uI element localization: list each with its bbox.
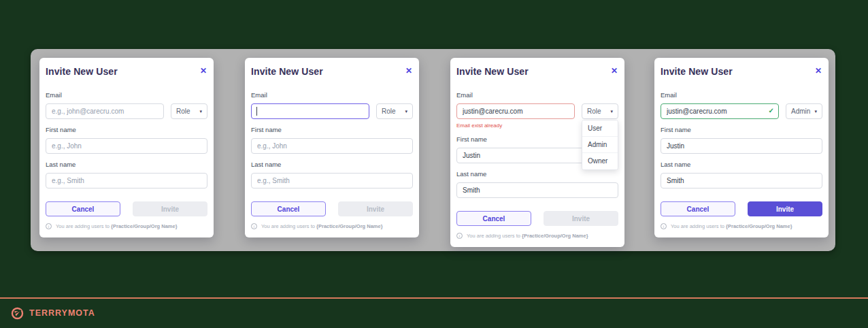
first-name-input[interactable] (661, 138, 822, 154)
role-select-value: Admin (791, 108, 810, 115)
first-name-label: First name (661, 126, 822, 134)
email-label: Email (661, 91, 822, 99)
first-name-input[interactable] (46, 138, 207, 154)
modal-title: Invite New User (456, 66, 529, 77)
first-name-label: First name (251, 126, 413, 134)
email-input[interactable] (251, 103, 369, 119)
chevron-down-icon: ▾ (610, 109, 613, 114)
modal-title: Invite New User (251, 66, 323, 77)
close-icon[interactable]: ✕ (610, 66, 618, 76)
role-select-value: Role (176, 108, 190, 115)
cancel-button[interactable]: Cancel (46, 201, 120, 216)
last-name-label: Last name (456, 170, 618, 178)
email-input[interactable] (456, 103, 575, 119)
role-option-admin[interactable]: Admin (582, 137, 618, 153)
info-icon: i (46, 223, 52, 229)
first-name-label: First name (46, 126, 207, 134)
last-name-label: Last name (251, 161, 413, 169)
modal-title: Invite New User (46, 66, 118, 77)
invite-button[interactable]: Invite (544, 211, 618, 226)
invite-modal-error-dropdown: Invite New User ✕ Email Role ▾ User Admi… (450, 58, 624, 247)
role-option-user[interactable]: User (582, 120, 618, 137)
invite-modal-default: Invite New User ✕ Email Role ▾ First nam… (39, 58, 214, 237)
chevron-down-icon: ▾ (199, 109, 202, 114)
role-option-owner[interactable]: Owner (582, 153, 618, 169)
last-name-input[interactable] (456, 182, 618, 198)
footer-org-name: {Practice/Group/Org Name} (522, 233, 588, 239)
brand-logo-text: TERRRYMOTA (29, 308, 95, 318)
close-icon[interactable]: ✕ (199, 66, 207, 76)
invite-modal-valid: Invite New User ✕ Email ✓ Admin ▾ First … (654, 58, 829, 237)
role-select[interactable]: Role ▾ (376, 103, 413, 119)
email-input[interactable] (661, 103, 779, 119)
last-name-label: Last name (661, 161, 822, 169)
role-dropdown-menu: User Admin Owner (582, 120, 618, 170)
info-icon: i (251, 223, 257, 229)
last-name-label: Last name (46, 161, 207, 169)
brand-divider-line (0, 297, 868, 299)
invite-button[interactable]: Invite (133, 201, 207, 216)
role-select[interactable]: Admin ▾ (786, 103, 822, 119)
email-label: Email (46, 91, 207, 99)
brand-logo-icon (11, 307, 24, 320)
cancel-button[interactable]: Cancel (251, 201, 326, 216)
last-name-input[interactable] (46, 173, 207, 188)
footer-note: You are adding users to {Practice/Group/… (467, 233, 588, 239)
invite-button[interactable]: Invite (338, 201, 413, 216)
footer-org-name: {Practice/Group/Org Name} (111, 223, 178, 229)
invite-button[interactable]: Invite (748, 201, 822, 216)
last-name-input[interactable] (251, 173, 413, 188)
text-cursor (256, 107, 257, 116)
email-label: Email (456, 91, 618, 99)
chevron-down-icon: ▾ (405, 109, 407, 114)
close-icon[interactable]: ✕ (405, 66, 413, 76)
close-icon[interactable]: ✕ (814, 66, 822, 76)
check-icon: ✓ (769, 107, 774, 114)
brand-logo: TERRRYMOTA (11, 306, 95, 321)
footer-org-name: {Practice/Group/Org Name} (316, 223, 383, 229)
last-name-input[interactable] (661, 173, 822, 188)
footer-org-name: {Practice/Group/Org Name} (726, 223, 792, 229)
role-select-value: Role (587, 108, 601, 115)
first-name-input[interactable] (251, 138, 413, 154)
cancel-button[interactable]: Cancel (456, 211, 531, 226)
cancel-button[interactable]: Cancel (661, 201, 735, 216)
role-select[interactable]: Role ▾ (171, 103, 207, 119)
chevron-down-icon: ▾ (814, 109, 817, 114)
info-icon: i (661, 223, 667, 229)
footer-note: You are adding users to {Practice/Group/… (56, 223, 178, 229)
footer-note: You are adding users to {Practice/Group/… (671, 223, 792, 229)
footer-note: You are adding users to {Practice/Group/… (261, 223, 383, 229)
modal-title: Invite New User (661, 66, 733, 77)
invite-modal-focused: Invite New User ✕ Email Role ▾ First nam… (245, 58, 419, 237)
info-icon: i (456, 233, 463, 239)
role-select[interactable]: Role ▾ (582, 103, 618, 119)
role-select-value: Role (382, 108, 396, 115)
email-input[interactable] (46, 103, 164, 119)
email-label: Email (251, 91, 413, 99)
